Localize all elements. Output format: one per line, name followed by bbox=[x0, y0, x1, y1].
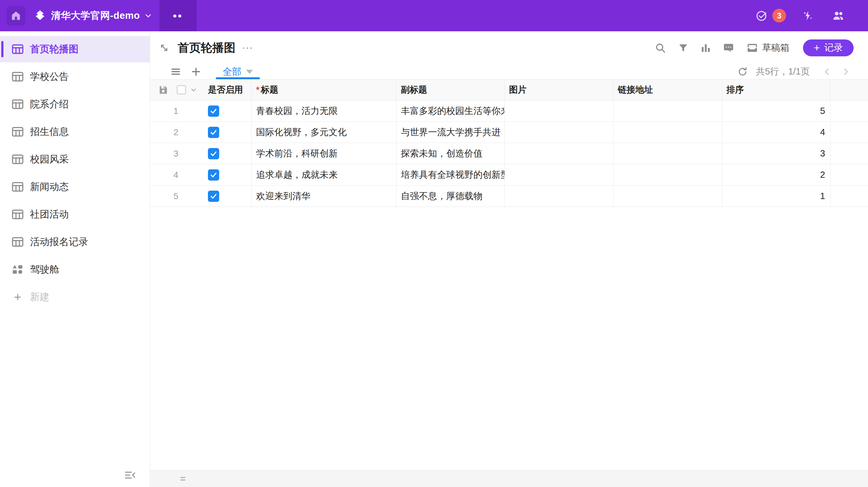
column-header-image[interactable]: 图片 bbox=[505, 80, 614, 100]
row-number[interactable]: 1 bbox=[150, 101, 202, 121]
summary-toggle[interactable]: = bbox=[180, 474, 186, 484]
column-header-sort[interactable]: 排序 bbox=[722, 80, 831, 100]
image-cell[interactable] bbox=[505, 101, 614, 121]
chevron-down-icon bbox=[246, 70, 253, 74]
column-header-link[interactable]: 链接地址 bbox=[614, 80, 722, 100]
grid-header-row: 是否启用 *标题 副标题 图片 链接地址 排序 bbox=[150, 80, 868, 101]
sidebar-item-admissions-info[interactable]: 招生信息 bbox=[0, 119, 150, 145]
drafts-label: 草稿箱 bbox=[762, 41, 789, 54]
sort-cell[interactable]: 2 bbox=[722, 164, 831, 185]
link-cell[interactable] bbox=[614, 143, 722, 164]
column-header-subtitle[interactable]: 副标题 bbox=[397, 80, 505, 100]
comments-button[interactable] bbox=[723, 42, 734, 54]
subtitle-cell[interactable]: 自强不息，厚德载物 bbox=[397, 185, 505, 206]
add-record-button[interactable]: + 记录 bbox=[803, 39, 854, 56]
sidebar-item-school-announcements[interactable]: 学校公告 bbox=[0, 63, 150, 90]
comment-bubble-icon bbox=[723, 42, 734, 54]
checkbox-checked-icon[interactable] bbox=[208, 148, 219, 159]
checkbox-checked-icon[interactable] bbox=[208, 106, 219, 117]
automation-button[interactable] bbox=[802, 9, 814, 22]
image-cell[interactable] bbox=[505, 143, 614, 164]
row-number[interactable]: 2 bbox=[150, 122, 202, 143]
sidebar-item-campus-highlights[interactable]: 校园风采 bbox=[0, 146, 150, 172]
new-table-button[interactable]: + 新建 bbox=[0, 284, 150, 310]
collaborators-button[interactable] bbox=[832, 9, 845, 22]
checkbox-checked-icon[interactable] bbox=[208, 169, 219, 180]
sidebar-item-department-intro[interactable]: 院系介绍 bbox=[0, 91, 150, 117]
sidebar-item-activity-registrations[interactable]: 活动报名记录 bbox=[0, 229, 150, 255]
sort-cell[interactable]: 1 bbox=[722, 185, 831, 206]
view-bar: 全部 共5行，1/1页 bbox=[150, 64, 868, 79]
sidebar-item-news[interactable]: 新闻动态 bbox=[0, 174, 150, 200]
tasks-notification-button[interactable]: 3 bbox=[755, 9, 786, 23]
sidebar-item-dashboard[interactable]: 驾驶舱 bbox=[0, 256, 150, 283]
view-tab-all[interactable]: 全部 bbox=[216, 64, 260, 79]
sort-cell[interactable]: 3 bbox=[722, 143, 831, 164]
enabled-cell[interactable] bbox=[202, 164, 252, 185]
link-cell[interactable] bbox=[614, 185, 722, 206]
sort-cell[interactable]: 4 bbox=[722, 122, 831, 143]
title-cell[interactable]: 青春校园，活力无限 bbox=[252, 101, 397, 121]
refresh-button[interactable] bbox=[737, 66, 748, 77]
table-icon bbox=[12, 154, 24, 164]
required-mark: * bbox=[256, 85, 259, 95]
search-button[interactable] bbox=[655, 42, 666, 54]
image-cell[interactable] bbox=[505, 122, 614, 143]
enabled-cell[interactable] bbox=[202, 101, 252, 121]
sidebar-item-homepage-carousel[interactable]: 首页轮播图 bbox=[0, 36, 150, 62]
link-cell[interactable] bbox=[614, 122, 722, 143]
data-grid: 是否启用 *标题 副标题 图片 链接地址 排序 1 青春校园，活力无限 丰富多彩… bbox=[150, 79, 868, 207]
page-title: 首页轮播图 bbox=[178, 40, 236, 56]
enabled-cell[interactable] bbox=[202, 122, 252, 143]
subtitle-cell[interactable]: 丰富多彩的校园生活等你来体 bbox=[397, 101, 505, 121]
workspace-name[interactable]: 清华大学官网-demo bbox=[51, 9, 140, 22]
link-cell[interactable] bbox=[614, 101, 722, 121]
column-header-enabled[interactable]: 是否启用 bbox=[202, 80, 252, 100]
subtitle-cell[interactable]: 探索未知，创造价值 bbox=[397, 143, 505, 164]
row-number[interactable]: 4 bbox=[150, 164, 202, 185]
plus-icon: + bbox=[12, 291, 24, 303]
refresh-icon bbox=[737, 66, 748, 77]
title-cell[interactable]: 追求卓越，成就未来 bbox=[252, 164, 397, 185]
collapse-sidebar-button[interactable] bbox=[124, 470, 136, 480]
bar-chart-icon bbox=[701, 42, 711, 53]
row-number[interactable]: 5 bbox=[150, 185, 202, 206]
expand-diagonal-icon[interactable] bbox=[159, 42, 169, 53]
subtitle-cell[interactable]: 与世界一流大学携手共进 bbox=[397, 122, 505, 143]
prev-page-button[interactable] bbox=[823, 67, 832, 76]
topbar: 清华大学官网-demo •• 3 bbox=[0, 0, 868, 31]
workspace-chevron-down-icon[interactable] bbox=[144, 11, 153, 20]
table-more-button[interactable]: ⋯ bbox=[242, 45, 254, 51]
filter-funnel-icon bbox=[678, 42, 688, 53]
home-button[interactable] bbox=[6, 6, 25, 26]
sort-cell[interactable]: 5 bbox=[722, 101, 831, 121]
title-cell[interactable]: 国际化视野，多元文化 bbox=[252, 122, 397, 143]
filter-button[interactable] bbox=[678, 42, 688, 53]
table-tab-dots[interactable]: •• bbox=[159, 0, 197, 31]
add-view-button[interactable] bbox=[191, 66, 202, 77]
column-header-title[interactable]: *标题 bbox=[252, 80, 397, 100]
title-cell[interactable]: 欢迎来到清华 bbox=[252, 185, 397, 206]
pagination-info: 共5行，1/1页 bbox=[756, 65, 810, 78]
table-header-bar: 首页轮播图 ⋯ bbox=[150, 31, 868, 64]
next-page-button[interactable] bbox=[841, 67, 850, 76]
checkbox-checked-icon[interactable] bbox=[208, 191, 219, 202]
image-cell[interactable] bbox=[505, 164, 614, 185]
enabled-cell[interactable] bbox=[202, 143, 252, 164]
link-cell[interactable] bbox=[614, 164, 722, 185]
drafts-button[interactable]: 草稿箱 bbox=[747, 41, 789, 54]
image-cell[interactable] bbox=[505, 185, 614, 206]
enabled-cell[interactable] bbox=[202, 185, 252, 206]
checkbox-checked-icon[interactable] bbox=[208, 127, 219, 138]
sidebar-item-club-activities[interactable]: 社团活动 bbox=[0, 201, 150, 228]
chevron-down-icon[interactable] bbox=[190, 86, 197, 93]
select-all-checkbox[interactable] bbox=[177, 85, 186, 94]
view-list-button[interactable] bbox=[171, 67, 181, 77]
title-cell[interactable]: 学术前沿，科研创新 bbox=[252, 143, 397, 164]
workspace-logo-icon bbox=[33, 9, 46, 22]
save-icon[interactable] bbox=[158, 85, 168, 94]
row-number[interactable]: 3 bbox=[150, 143, 202, 164]
table-row: 2 国际化视野，多元文化 与世界一流大学携手共进 4 bbox=[150, 122, 868, 143]
subtitle-cell[interactable]: 培养具有全球视野的创新型人 bbox=[397, 164, 505, 185]
chart-button[interactable] bbox=[701, 42, 711, 53]
